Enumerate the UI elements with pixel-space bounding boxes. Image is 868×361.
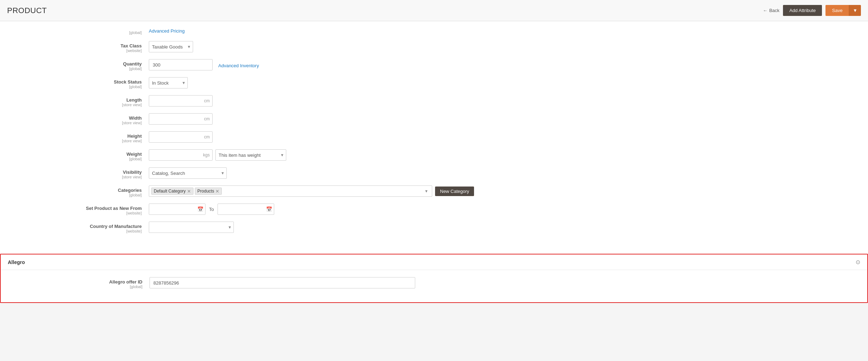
tax-class-control: Taxable Goods None Shipping ▼ xyxy=(149,41,854,52)
length-row: Length [store view] cm xyxy=(14,95,854,107)
calendar-icon[interactable]: 📅 xyxy=(197,206,203,212)
date-range-group: 📅 To 📅 xyxy=(149,204,274,215)
category-tag-default: Default Category ✕ xyxy=(151,188,193,195)
category-tag-label: Default Category xyxy=(154,189,186,194)
product-form: [global] Advanced Pricing Tax Class [web… xyxy=(0,21,868,247)
tax-class-label-group: Tax Class [website] xyxy=(14,41,149,53)
country-select-wrapper: ▼ xyxy=(149,222,234,233)
allegro-offer-id-row: Allegro offer ID [global] xyxy=(15,277,853,289)
set-product-new-from-label-group: Set Product as New From [website] xyxy=(14,204,149,215)
categories-field[interactable]: Default Category ✕ Products ✕ ▼ xyxy=(149,185,432,197)
global-scope-row: [global] Advanced Pricing xyxy=(14,28,854,35)
length-scope: [store view] xyxy=(14,103,142,107)
categories-label-group: Categories [global] xyxy=(14,185,149,197)
country-select[interactable] xyxy=(149,222,234,233)
height-input-wrapper: cm xyxy=(149,131,213,143)
tax-class-select-wrapper: Taxable Goods None Shipping ▼ xyxy=(149,41,193,52)
visibility-label-group: Visibility [store view] xyxy=(14,167,149,179)
date-to-wrapper: 📅 xyxy=(218,204,274,215)
width-suffix: cm xyxy=(204,116,210,121)
country-of-manufacture-row: Country of Manufacture [website] ▼ xyxy=(14,222,854,233)
tax-class-label: Tax Class xyxy=(14,43,142,48)
calendar-icon[interactable]: 📅 xyxy=(266,206,272,212)
back-arrow-icon: ← xyxy=(763,8,767,13)
country-of-manufacture-scope: [website] xyxy=(14,229,142,233)
length-input-wrapper: cm xyxy=(149,95,213,107)
set-product-new-from-row: Set Product as New From [website] 📅 To 📅 xyxy=(14,204,854,215)
date-from-input[interactable] xyxy=(149,204,205,215)
quantity-scope: [global] xyxy=(14,67,142,71)
width-scope: [store view] xyxy=(14,121,142,125)
width-control: cm xyxy=(149,113,854,125)
page-content: [global] Advanced Pricing Tax Class [web… xyxy=(0,21,868,303)
length-control: cm xyxy=(149,95,854,107)
save-button[interactable]: Save xyxy=(825,5,849,16)
chevron-down-icon: ▼ xyxy=(853,8,857,13)
height-scope: [store view] xyxy=(14,139,142,143)
width-input-wrapper: cm xyxy=(149,113,213,125)
height-label: Height xyxy=(14,133,142,139)
width-input[interactable] xyxy=(149,113,213,125)
quantity-row: Quantity [global] Advanced Inventory xyxy=(14,59,854,71)
visibility-control: Catalog, Search Not Visible Individually… xyxy=(149,167,854,179)
allegro-offer-id-label-group: Allegro offer ID [global] xyxy=(15,277,150,289)
length-input[interactable] xyxy=(149,95,213,107)
visibility-select-wrapper: Catalog, Search Not Visible Individually… xyxy=(149,167,227,179)
country-of-manufacture-label-group: Country of Manufacture [website] xyxy=(14,222,149,233)
set-product-new-from-control: 📅 To 📅 xyxy=(149,204,854,215)
tax-class-row: Tax Class [website] Taxable Goods None S… xyxy=(14,41,854,53)
visibility-scope: [store view] xyxy=(14,175,142,179)
stock-status-select[interactable]: In Stock Out of Stock xyxy=(149,77,188,88)
category-tag-label: Products xyxy=(197,189,214,194)
width-label-group: Width [store view] xyxy=(14,113,149,125)
visibility-select[interactable]: Catalog, Search Not Visible Individually… xyxy=(149,167,227,179)
new-category-button[interactable]: New Category xyxy=(435,187,474,196)
stock-status-control: In Stock Out of Stock ▼ xyxy=(149,77,854,88)
categories-row: Categories [global] Default Category ✕ P… xyxy=(14,185,854,197)
stock-status-select-wrapper: In Stock Out of Stock ▼ xyxy=(149,77,188,88)
category-tag-remove-products[interactable]: ✕ xyxy=(215,189,219,194)
allegro-offer-id-input[interactable] xyxy=(150,277,415,288)
add-attribute-button[interactable]: Add Attribute xyxy=(783,5,822,16)
visibility-row: Visibility [store view] Catalog, Search … xyxy=(14,167,854,179)
advanced-pricing-group: Advanced Pricing xyxy=(149,28,854,34)
category-tag-products: Products ✕ xyxy=(195,188,222,195)
back-button[interactable]: ← Back xyxy=(763,8,779,13)
stock-status-label-group: Stock Status [global] xyxy=(14,77,149,89)
header-actions: ← Back Add Attribute Save ▼ xyxy=(763,5,861,16)
quantity-input[interactable] xyxy=(149,59,213,70)
weight-input-wrapper: kgs xyxy=(149,149,213,161)
weight-control: kgs This item has weight This item has n… xyxy=(149,149,854,161)
allegro-section-body: Allegro offer ID [global] xyxy=(1,270,867,302)
empty-label-group: [global] xyxy=(14,28,149,35)
allegro-section-header[interactable]: Allegro ⊙ xyxy=(1,254,867,270)
categories-label: Categories xyxy=(14,188,142,193)
save-dropdown-button[interactable]: ▼ xyxy=(849,5,861,16)
categories-scope: [global] xyxy=(14,193,142,197)
weight-row: Weight [global] kgs This item has weight… xyxy=(14,149,854,161)
length-suffix: cm xyxy=(204,98,210,103)
advanced-inventory-link[interactable]: Advanced Inventory xyxy=(218,63,259,68)
allegro-offer-id-label: Allegro offer ID xyxy=(15,279,142,285)
width-row: Width [store view] cm xyxy=(14,113,854,125)
date-from-wrapper: 📅 xyxy=(149,204,205,215)
categories-control: Default Category ✕ Products ✕ ▼ New Cate… xyxy=(149,185,854,197)
page-title: PRODUCT xyxy=(7,6,47,15)
length-label: Length xyxy=(14,97,142,103)
height-label-group: Height [store view] xyxy=(14,131,149,143)
chevron-down-icon[interactable]: ▼ xyxy=(423,189,430,193)
page-header: PRODUCT ← Back Add Attribute Save ▼ xyxy=(0,0,868,21)
height-input[interactable] xyxy=(149,131,213,143)
collapse-icon[interactable]: ⊙ xyxy=(856,259,860,265)
category-tag-remove-default[interactable]: ✕ xyxy=(187,189,191,194)
weight-label: Weight xyxy=(14,151,142,157)
set-product-new-from-scope: [website] xyxy=(14,211,142,215)
weight-suffix: kgs xyxy=(203,153,210,157)
has-weight-select[interactable]: This item has weight This item has no we… xyxy=(215,149,286,161)
has-weight-select-wrapper: This item has weight This item has no we… xyxy=(215,149,286,161)
height-suffix: cm xyxy=(204,134,210,139)
tax-class-select[interactable]: Taxable Goods None Shipping xyxy=(149,41,193,52)
advanced-pricing-link[interactable]: Advanced Pricing xyxy=(149,28,185,34)
date-to-input[interactable] xyxy=(218,204,274,215)
set-product-new-from-label: Set Product as New From xyxy=(14,206,142,211)
